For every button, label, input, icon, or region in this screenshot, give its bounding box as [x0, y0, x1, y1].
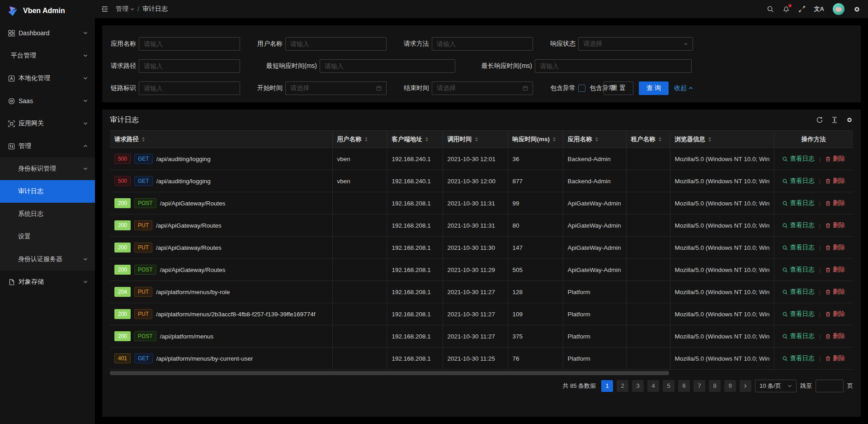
column-header-browser[interactable]: 浏览器信息	[670, 131, 774, 148]
sort-icon[interactable]	[142, 137, 145, 142]
page-button-6[interactable]: 6	[678, 380, 690, 392]
view-log-button[interactable]: 查看日志	[782, 266, 814, 274]
delete-button[interactable]: 删除	[825, 155, 845, 163]
table-row: 200PUT/api/ApiGateway/Routes 192.168.208…	[110, 237, 853, 259]
logo[interactable]: Vben Admin	[0, 0, 95, 22]
sidebar-item-platform[interactable]: 平台管理	[0, 44, 95, 67]
page-button-7[interactable]: 7	[693, 380, 705, 392]
sidebar-item-auth-server[interactable]: 身份认证服务器	[0, 248, 95, 271]
sort-icon[interactable]	[365, 137, 368, 142]
column-header-path[interactable]: 请求路径	[110, 131, 332, 148]
avatar[interactable]	[833, 3, 844, 15]
gear-icon[interactable]	[846, 116, 853, 124]
sort-icon[interactable]	[595, 137, 598, 142]
view-log-button[interactable]: 查看日志	[782, 199, 814, 207]
app-name-input[interactable]	[139, 37, 240, 51]
delete-button[interactable]: 删除	[825, 243, 845, 252]
request-path: /api/platform/menus	[160, 333, 214, 340]
chevron-down-icon	[83, 53, 88, 58]
trace-id-input[interactable]	[139, 81, 240, 95]
column-header-ms[interactable]: 响应时间(ms)	[508, 131, 563, 148]
row-height-icon[interactable]	[831, 116, 838, 124]
page-button-4[interactable]: 4	[647, 380, 659, 392]
status-select[interactable]: 请选择	[578, 37, 693, 51]
delete-button[interactable]: 删除	[825, 310, 845, 318]
view-log-button[interactable]: 查看日志	[782, 221, 814, 229]
sort-icon[interactable]	[425, 137, 428, 142]
search-button[interactable]: 查 询	[639, 81, 669, 95]
sidebar-item-audit-log[interactable]: 审计日志	[0, 180, 95, 203]
delete-button[interactable]: 删除	[825, 288, 845, 296]
scrollbar-thumb[interactable]	[110, 371, 669, 375]
cell-time: 2021-10-30 12:00	[443, 170, 508, 192]
max-time-input[interactable]	[535, 59, 692, 73]
sort-icon[interactable]	[708, 137, 711, 142]
sidebar-item-manage[interactable]: 管理	[0, 135, 95, 157]
cell-time: 2021-10-30 11:31	[443, 214, 508, 237]
view-log-button[interactable]: 查看日志	[782, 310, 814, 318]
filter-field-app-name: 应用名称	[107, 37, 240, 51]
notification-bell-icon[interactable]	[783, 5, 790, 13]
sidebar-item-localization[interactable]: 本地化管理	[0, 67, 95, 90]
sidebar-item-settings[interactable]: 设置	[0, 225, 95, 248]
fullscreen-icon[interactable]	[798, 5, 806, 13]
page-button-5[interactable]: 5	[663, 380, 675, 392]
delete-button[interactable]: 删除	[825, 221, 845, 229]
view-log-button[interactable]: 查看日志	[782, 332, 814, 340]
column-header-user[interactable]: 用户名称	[332, 131, 387, 148]
page-jump-input[interactable]	[816, 380, 844, 392]
sidebar-item-system-log[interactable]: 系统日志	[0, 203, 95, 225]
page-size-select[interactable]: 10 条/页	[755, 380, 797, 392]
search-icon[interactable]	[767, 5, 774, 13]
delete-button[interactable]: 删除	[825, 177, 845, 185]
collapse-link[interactable]: 收起	[674, 84, 693, 92]
filter-panel: 应用名称 用户名称 请求方法 响应状态 请选择	[102, 25, 861, 102]
start-time-picker[interactable]: 请选择	[285, 81, 387, 95]
path-input[interactable]	[139, 59, 240, 73]
cell-time: 2021-10-30 11:25	[443, 348, 508, 370]
refresh-icon[interactable]	[816, 116, 823, 124]
delete-button[interactable]: 删除	[825, 354, 845, 362]
page-button-2[interactable]: 2	[617, 380, 628, 392]
method-input[interactable]	[432, 37, 533, 51]
end-time-picker[interactable]: 请选择	[432, 81, 533, 95]
breadcrumb-parent[interactable]: 管理	[116, 5, 134, 13]
column-header-app[interactable]: 应用名称	[563, 131, 626, 148]
sort-icon[interactable]	[475, 137, 478, 142]
sidebar-item-gateway[interactable]: 应用网关	[0, 112, 95, 135]
sidebar-item-label: Saas	[19, 97, 33, 105]
view-log-button[interactable]: 查看日志	[782, 288, 814, 296]
sidebar-item-dashboard[interactable]: Dashboard	[0, 22, 95, 44]
column-header-time[interactable]: 调用时间	[443, 131, 508, 148]
delete-button[interactable]: 删除	[825, 266, 845, 274]
exception-checkbox[interactable]	[578, 85, 585, 92]
next-page-button[interactable]	[740, 380, 751, 392]
page-button-8[interactable]: 8	[709, 380, 721, 392]
view-log-button[interactable]: 查看日志	[782, 177, 814, 185]
delete-button[interactable]: 删除	[825, 199, 845, 207]
translate-icon[interactable]: 文A	[814, 5, 824, 13]
page-button-3[interactable]: 3	[632, 380, 644, 392]
gear-icon[interactable]	[853, 5, 861, 13]
sidebar-item-object-storage[interactable]: 对象存储	[0, 271, 95, 293]
sort-icon[interactable]	[659, 137, 661, 142]
cell-client: 192.168.208.1	[387, 303, 443, 325]
main-area: 管理 / 审计日志	[95, 0, 868, 424]
page-button-9[interactable]: 9	[724, 380, 736, 392]
trash-icon	[825, 156, 831, 162]
view-log-button[interactable]: 查看日志	[782, 155, 814, 163]
menu-fold-icon[interactable]	[101, 5, 108, 13]
view-log-button[interactable]: 查看日志	[782, 354, 814, 362]
page-button-1[interactable]: 1	[601, 380, 613, 392]
column-header-client[interactable]: 客户端地址	[387, 131, 443, 148]
column-header-tenant[interactable]: 租户名称	[626, 131, 670, 148]
sidebar-item-saas[interactable]: Saas	[0, 90, 95, 112]
delete-button[interactable]: 删除	[825, 332, 845, 340]
sort-icon[interactable]	[553, 137, 556, 142]
sidebar-item-identity-mgmt[interactable]: 身份标识管理	[0, 157, 95, 180]
view-log-button[interactable]: 查看日志	[782, 243, 814, 252]
user-name-input[interactable]	[285, 37, 387, 51]
reset-button[interactable]: 重 置	[604, 81, 633, 95]
min-time-input[interactable]	[320, 59, 455, 73]
chevron-down-icon	[83, 31, 88, 35]
